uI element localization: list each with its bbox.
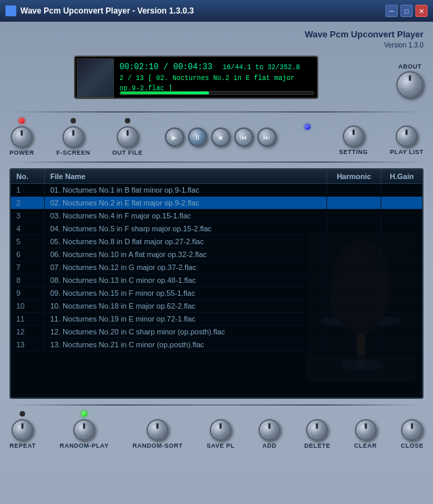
app-icon [5, 5, 16, 16]
cell-filename: 05. Nocturnes No.8 in D flat major op.27… [45, 235, 327, 248]
power-label: POWER [10, 149, 35, 156]
table-row[interactable]: 202. Nocturnes No.2 in E flat major op.9… [11, 197, 422, 210]
next-button[interactable]: ⏭ [257, 128, 276, 147]
close-label: CLOSE [400, 442, 423, 449]
about-knob[interactable] [396, 71, 423, 98]
save-pl-knob[interactable] [210, 419, 231, 441]
playlist-knob-group: PLAY LIST [390, 119, 423, 155]
cell-filename: 10. Nocturnes No.18 in E major op.62-2.f… [45, 300, 327, 312]
repeat-group: REPEAT [10, 411, 36, 449]
controls-section: POWER F-SCREEN OUT FILE ▶ ⏸ ■ ⏮ ⏭ [10, 115, 423, 159]
save-pl-label: SAVE PL [206, 442, 234, 449]
indicator-led [305, 124, 310, 130]
cell-filename: 02. Nocturnes No.2 in E flat major op.9-… [45, 197, 327, 209]
knob-dot [409, 75, 411, 81]
indicator-spacer [298, 131, 317, 150]
repeat-label: REPEAT [10, 442, 36, 449]
cell-no: 11 [11, 313, 45, 325]
col-no-header: No. [11, 170, 45, 183]
random-play-led [81, 411, 87, 416]
cell-no: 7 [11, 261, 45, 273]
playlist-label: PLAY LIST [390, 149, 423, 155]
play-button[interactable]: ▶ [165, 128, 184, 147]
cell-filename: 11. Nocturnes No.19 in E minor op.72-1.f… [45, 313, 327, 325]
delete-label: DELETE [304, 442, 331, 449]
cell-filename: 04. Nocturnes No.5 in F sharp major op.1… [45, 222, 327, 235]
progress-bar-fill [120, 92, 209, 94]
cell-no: 5 [11, 235, 45, 248]
clear-knob[interactable] [355, 419, 377, 441]
outfile-group: OUT FILE [112, 118, 143, 156]
cell-no: 12 [11, 326, 45, 338]
repeat-knob[interactable] [12, 419, 33, 441]
fscreen-led [71, 118, 76, 123]
title-bar-controls: ─ □ ✕ [385, 5, 428, 17]
cell-filename: 09. Nocturnes No.15 in F minor op.55-1.f… [45, 287, 327, 299]
clear-label: CLEAR [354, 442, 377, 449]
close-knob[interactable] [401, 419, 423, 441]
time-total: 00:04:33 [173, 62, 212, 72]
cell-no: 10 [11, 300, 45, 312]
cell-filename: 06. Nocturnes No.10 in A flat major op.3… [45, 248, 327, 260]
progress-bar-container[interactable] [119, 91, 314, 95]
cell-harmonic [327, 210, 381, 222]
cell-no: 6 [11, 248, 45, 260]
pause-button[interactable]: ⏸ [188, 128, 207, 147]
title-bar-text: Wave Pcm Upconvert Player - Version 1.3.… [20, 6, 194, 16]
add-group: ADD [259, 412, 280, 449]
setting-knob[interactable] [343, 125, 364, 147]
col-name-header: File Name [45, 170, 327, 183]
random-play-knob[interactable] [73, 419, 95, 441]
app-title: Wave Pcm Upconvert Player Version 1.3.0 [305, 28, 423, 50]
cell-no: 1 [11, 184, 45, 196]
delete-knob[interactable] [306, 419, 328, 441]
playlist-knob[interactable] [396, 125, 417, 147]
cell-filename: 08. Nocturnes No.13 in C minor op.48-1.f… [45, 274, 327, 286]
close-window-button[interactable]: ✕ [415, 5, 428, 17]
main-window: Wave Pcm Upconvert Player Version 1.3.0 … [0, 22, 433, 504]
outfile-knob[interactable] [117, 126, 138, 148]
about-section: ABOUT [396, 63, 423, 98]
setting-group: SETTING [339, 119, 369, 155]
fscreen-group: F-SCREEN [56, 118, 90, 156]
col-hgain-header: H.Gain [381, 170, 422, 183]
svg-point-8 [341, 360, 381, 370]
random-sort-knob[interactable] [147, 419, 168, 441]
cell-no: 13 [11, 338, 45, 351]
random-sort-label: RANDOM-SORT [132, 442, 183, 449]
cell-filename: 01. Nocturnes No.1 in B flat minor op.9-… [45, 184, 327, 196]
separator-3 [10, 404, 423, 406]
cell-no: 2 [11, 197, 45, 209]
display-format: 16/44.1 to 32/352.8 [223, 64, 300, 71]
setting-label: SETTING [339, 149, 369, 155]
cell-filename: 13. Nocturnes No.21 in C minor (op.posth… [45, 338, 327, 351]
time-current: 00:02:10 [119, 62, 159, 72]
col-harmonic-header: Harmonic [327, 170, 381, 183]
app-title-main: Wave Pcm Upconvert Player [305, 28, 423, 41]
separator-1 [10, 111, 423, 113]
table-row[interactable]: 303. Nocturnes No.4 in F major op.15-1.f… [11, 210, 422, 222]
display-time: 00:02:10 / 00:04:33 16/44.1 to 32/352.8 [119, 61, 317, 73]
maximize-button[interactable]: □ [400, 5, 413, 17]
display-thumbnail [77, 58, 114, 98]
transport-controls: ▶ ⏸ ■ ⏮ ⏭ [165, 128, 276, 147]
close-group: CLOSE [400, 412, 423, 449]
delete-group: DELETE [304, 412, 331, 449]
add-knob[interactable] [259, 419, 280, 441]
indicator-group [298, 124, 317, 150]
fscreen-knob[interactable] [62, 126, 84, 148]
cell-no: 8 [11, 274, 45, 286]
power-group: POWER [10, 118, 35, 156]
power-knob[interactable] [11, 126, 33, 148]
minimize-button[interactable]: ─ [385, 5, 398, 17]
stop-button[interactable]: ■ [211, 128, 230, 147]
playlist-header: No. File Name Harmonic H.Gain [11, 170, 422, 184]
random-play-label: RANDOM-PLAY [60, 442, 109, 449]
top-section: Wave Pcm Upconvert Player Version 1.3.0 [10, 28, 423, 50]
about-label: ABOUT [398, 63, 422, 70]
prev-button[interactable]: ⏮ [234, 128, 253, 147]
table-row[interactable]: 101. Nocturnes No.1 in B flat minor op.9… [11, 184, 422, 197]
tree-silhouette [307, 233, 415, 382]
separator-2 [10, 161, 423, 163]
app-title-sub: Version 1.3.0 [305, 41, 423, 50]
